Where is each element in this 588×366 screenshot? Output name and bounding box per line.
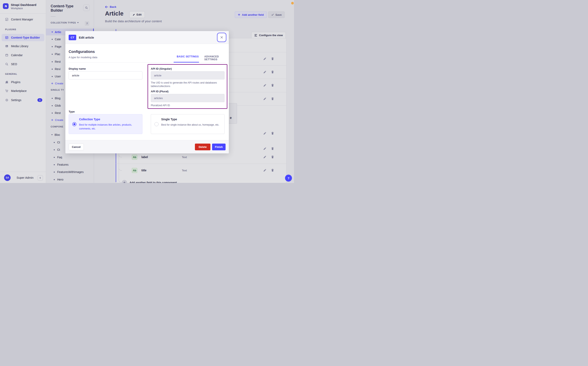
radio-selected-icon[interactable] [72,122,76,126]
cancel-button[interactable]: Cancel [69,144,84,150]
api-id-plural-hint: Pluralized API ID [151,104,224,107]
finish-button[interactable]: Finish [212,144,226,150]
active-tab-indicator [174,62,199,62]
modal-header: CT Edit article [65,31,229,44]
display-name-label: Display name [69,67,86,70]
type-label: Type [69,110,75,113]
configurations-subheading: A type for modeling data [69,56,97,59]
strapi-app: Strapi Dashboard Workplace Content Manag… [0,0,294,183]
tab-basic-settings[interactable]: BASIC SETTINGS [177,55,199,58]
tabs-divider [69,62,226,62]
option-description: Best for multiple instances like article… [79,123,140,131]
modal-footer: Cancel Delete Finish [65,140,229,153]
api-id-plural-input [151,94,225,102]
option-description: Best for single instance like about us, … [161,123,222,127]
api-id-singular-hint: The UID is used to generate the API rout… [151,81,224,88]
option-title: Collection Type [79,118,100,121]
api-id-singular-label: API ID (Singular) [151,67,172,70]
help-button[interactable]: ? [285,175,292,182]
display-name-input[interactable] [69,71,142,79]
recording-indicator-icon [291,2,294,5]
api-id-singular-input [151,71,225,79]
content-type-badge: CT [69,35,76,40]
delete-button[interactable]: Delete [195,144,210,150]
single-type-option[interactable]: Single Type Best for single instance lik… [151,114,225,134]
tab-advanced-settings[interactable]: ADVANCED SETTINGS [204,55,229,61]
radio-unselected-icon[interactable] [154,122,159,126]
collection-type-option[interactable]: Collection Type Best for multiple instan… [69,114,142,134]
configurations-heading: Configurations [69,50,95,54]
edit-article-modal: CT Edit article Configurations A type fo… [65,31,229,153]
close-icon [220,36,223,39]
modal-body: Configurations A type for modeling data … [65,44,229,140]
api-id-plural-label: API ID (Plural) [151,90,168,93]
option-title: Single Type [161,118,177,121]
modal-title: Edit article [79,36,94,39]
close-button[interactable] [218,33,226,41]
